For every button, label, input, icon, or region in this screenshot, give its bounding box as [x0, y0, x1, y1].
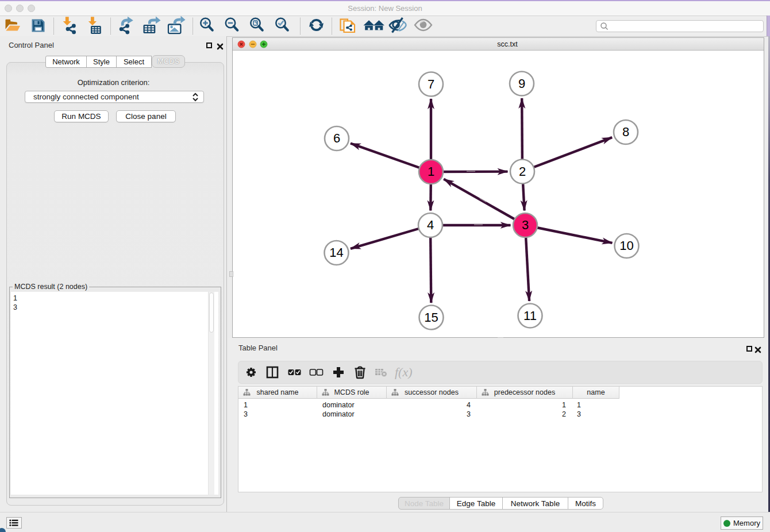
svg-text:10: 10	[619, 238, 633, 253]
svg-text:4: 4	[427, 218, 434, 232]
svg-text:2: 2	[519, 164, 526, 179]
svg-text:9: 9	[518, 76, 525, 91]
svg-text:6: 6	[333, 131, 340, 145]
svg-text:14: 14	[329, 245, 343, 260]
svg-text:f(x): f(x)	[395, 365, 413, 379]
svg-text:1: 1	[428, 164, 434, 179]
svg-text:15: 15	[424, 310, 438, 325]
svg-text:7: 7	[428, 77, 434, 91]
svg-text:8: 8	[622, 125, 629, 139]
svg-text:11: 11	[523, 309, 537, 323]
svg-text:3: 3	[522, 218, 529, 232]
